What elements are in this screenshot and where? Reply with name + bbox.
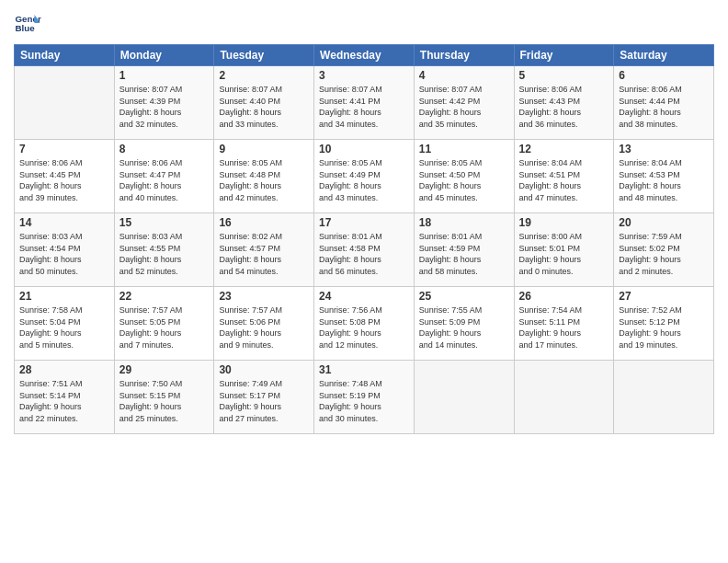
- day-info: Sunrise: 7:48 AM Sunset: 5:19 PM Dayligh…: [319, 378, 409, 424]
- calendar-cell: [514, 361, 614, 434]
- day-number: 13: [619, 143, 709, 155]
- calendar-cell: 1Sunrise: 8:07 AM Sunset: 4:39 PM Daylig…: [114, 66, 214, 140]
- day-info: Sunrise: 7:52 AM Sunset: 5:12 PM Dayligh…: [619, 304, 709, 350]
- day-info: Sunrise: 8:05 AM Sunset: 4:49 PM Dayligh…: [319, 157, 409, 203]
- calendar-cell: 31Sunrise: 7:48 AM Sunset: 5:19 PM Dayli…: [314, 361, 415, 434]
- calendar-header-monday: Monday: [114, 45, 214, 66]
- calendar-cell: 3Sunrise: 8:07 AM Sunset: 4:41 PM Daylig…: [314, 66, 415, 140]
- calendar-cell: 23Sunrise: 7:57 AM Sunset: 5:06 PM Dayli…: [214, 287, 314, 361]
- calendar-cell: 30Sunrise: 7:49 AM Sunset: 5:17 PM Dayli…: [214, 361, 314, 434]
- day-info: Sunrise: 7:55 AM Sunset: 5:09 PM Dayligh…: [419, 304, 509, 350]
- day-number: 20: [619, 216, 709, 229]
- day-number: 30: [219, 363, 309, 376]
- day-info: Sunrise: 7:57 AM Sunset: 5:06 PM Dayligh…: [219, 304, 309, 350]
- day-number: 15: [119, 216, 210, 229]
- calendar-cell: 25Sunrise: 7:55 AM Sunset: 5:09 PM Dayli…: [414, 287, 514, 361]
- day-info: Sunrise: 8:04 AM Sunset: 4:53 PM Dayligh…: [619, 157, 709, 203]
- day-info: Sunrise: 8:06 AM Sunset: 4:47 PM Dayligh…: [119, 157, 210, 203]
- day-info: Sunrise: 8:06 AM Sunset: 4:44 PM Dayligh…: [619, 84, 709, 130]
- day-number: 18: [419, 216, 509, 229]
- calendar-cell: 19Sunrise: 8:00 AM Sunset: 5:01 PM Dayli…: [514, 213, 614, 287]
- day-number: 12: [519, 143, 609, 155]
- day-number: 1: [119, 69, 210, 82]
- calendar-cell: 10Sunrise: 8:05 AM Sunset: 4:49 PM Dayli…: [314, 140, 415, 213]
- day-info: Sunrise: 7:59 AM Sunset: 5:02 PM Dayligh…: [619, 231, 709, 277]
- calendar-cell: [614, 361, 714, 434]
- calendar-cell: 22Sunrise: 7:57 AM Sunset: 5:05 PM Dayli…: [114, 287, 214, 361]
- day-info: Sunrise: 8:02 AM Sunset: 4:57 PM Dayligh…: [219, 231, 309, 277]
- day-info: Sunrise: 8:07 AM Sunset: 4:41 PM Dayligh…: [319, 84, 409, 130]
- day-info: Sunrise: 8:03 AM Sunset: 4:54 PM Dayligh…: [19, 231, 109, 277]
- day-info: Sunrise: 7:58 AM Sunset: 5:04 PM Dayligh…: [19, 304, 109, 350]
- svg-text:Blue: Blue: [16, 23, 36, 33]
- day-info: Sunrise: 8:07 AM Sunset: 4:42 PM Dayligh…: [419, 84, 509, 130]
- day-number: 6: [619, 69, 709, 82]
- calendar-cell: [15, 66, 115, 140]
- calendar-cell: 7Sunrise: 8:06 AM Sunset: 4:45 PM Daylig…: [15, 140, 115, 213]
- day-info: Sunrise: 7:56 AM Sunset: 5:08 PM Dayligh…: [319, 304, 409, 350]
- page-header: General Blue: [14, 9, 714, 37]
- day-number: 17: [319, 216, 409, 229]
- calendar-header-saturday: Saturday: [614, 45, 714, 66]
- calendar-cell: 11Sunrise: 8:05 AM Sunset: 4:50 PM Dayli…: [414, 140, 514, 213]
- day-number: 7: [19, 143, 109, 155]
- day-number: 29: [119, 363, 210, 376]
- day-number: 22: [119, 290, 210, 303]
- day-info: Sunrise: 8:03 AM Sunset: 4:55 PM Dayligh…: [119, 231, 210, 277]
- calendar-header-friday: Friday: [514, 45, 614, 66]
- day-info: Sunrise: 7:57 AM Sunset: 5:05 PM Dayligh…: [119, 304, 210, 350]
- day-number: 2: [219, 69, 309, 82]
- day-number: 24: [319, 290, 409, 303]
- day-number: 25: [419, 290, 509, 303]
- day-info: Sunrise: 8:07 AM Sunset: 4:39 PM Dayligh…: [119, 84, 210, 130]
- day-number: 8: [119, 143, 210, 155]
- calendar-cell: 16Sunrise: 8:02 AM Sunset: 4:57 PM Dayli…: [214, 213, 314, 287]
- day-info: Sunrise: 8:06 AM Sunset: 4:43 PM Dayligh…: [519, 84, 609, 130]
- day-number: 23: [219, 290, 309, 303]
- day-info: Sunrise: 8:04 AM Sunset: 4:51 PM Dayligh…: [519, 157, 609, 203]
- calendar-cell: 18Sunrise: 8:01 AM Sunset: 4:59 PM Dayli…: [414, 213, 514, 287]
- day-number: 28: [19, 363, 109, 376]
- day-number: 9: [219, 143, 309, 155]
- day-number: 19: [519, 216, 609, 229]
- calendar-cell: 20Sunrise: 7:59 AM Sunset: 5:02 PM Dayli…: [614, 213, 714, 287]
- calendar-cell: 26Sunrise: 7:54 AM Sunset: 5:11 PM Dayli…: [514, 287, 614, 361]
- day-info: Sunrise: 7:51 AM Sunset: 5:14 PM Dayligh…: [19, 378, 109, 424]
- day-number: 26: [519, 290, 609, 303]
- calendar-cell: 17Sunrise: 8:01 AM Sunset: 4:58 PM Dayli…: [314, 213, 415, 287]
- day-number: 21: [19, 290, 109, 303]
- calendar-cell: 4Sunrise: 8:07 AM Sunset: 4:42 PM Daylig…: [414, 66, 514, 140]
- calendar-cell: 6Sunrise: 8:06 AM Sunset: 4:44 PM Daylig…: [614, 66, 714, 140]
- calendar-cell: 5Sunrise: 8:06 AM Sunset: 4:43 PM Daylig…: [514, 66, 614, 140]
- calendar-header-tuesday: Tuesday: [214, 45, 314, 66]
- calendar-cell: 21Sunrise: 7:58 AM Sunset: 5:04 PM Dayli…: [15, 287, 115, 361]
- day-number: 31: [319, 363, 409, 376]
- logo-icon: General Blue: [14, 9, 41, 37]
- day-number: 27: [619, 290, 709, 303]
- day-info: Sunrise: 8:05 AM Sunset: 4:48 PM Dayligh…: [219, 157, 309, 203]
- day-number: 16: [219, 216, 309, 229]
- calendar-cell: 12Sunrise: 8:04 AM Sunset: 4:51 PM Dayli…: [514, 140, 614, 213]
- day-number: 11: [419, 143, 509, 155]
- calendar-cell: 15Sunrise: 8:03 AM Sunset: 4:55 PM Dayli…: [114, 213, 214, 287]
- day-number: 14: [19, 216, 109, 229]
- day-info: Sunrise: 7:54 AM Sunset: 5:11 PM Dayligh…: [519, 304, 609, 350]
- logo: General Blue: [14, 9, 41, 37]
- calendar-cell: [414, 361, 514, 434]
- day-number: 3: [319, 69, 409, 82]
- day-info: Sunrise: 7:49 AM Sunset: 5:17 PM Dayligh…: [219, 378, 309, 424]
- calendar-table: SundayMondayTuesdayWednesdayThursdayFrid…: [14, 44, 714, 434]
- calendar-cell: 28Sunrise: 7:51 AM Sunset: 5:14 PM Dayli…: [15, 361, 115, 434]
- calendar-cell: 29Sunrise: 7:50 AM Sunset: 5:15 PM Dayli…: [114, 361, 214, 434]
- day-info: Sunrise: 8:05 AM Sunset: 4:50 PM Dayligh…: [419, 157, 509, 203]
- day-info: Sunrise: 8:06 AM Sunset: 4:45 PM Dayligh…: [19, 157, 109, 203]
- day-number: 4: [419, 69, 509, 82]
- calendar-header-sunday: Sunday: [15, 45, 115, 66]
- calendar-cell: 14Sunrise: 8:03 AM Sunset: 4:54 PM Dayli…: [15, 213, 115, 287]
- day-info: Sunrise: 7:50 AM Sunset: 5:15 PM Dayligh…: [119, 378, 210, 424]
- calendar-header-thursday: Thursday: [414, 45, 514, 66]
- day-number: 5: [519, 69, 609, 82]
- day-info: Sunrise: 8:07 AM Sunset: 4:40 PM Dayligh…: [219, 84, 309, 130]
- day-info: Sunrise: 8:01 AM Sunset: 4:58 PM Dayligh…: [319, 231, 409, 277]
- calendar-cell: 27Sunrise: 7:52 AM Sunset: 5:12 PM Dayli…: [614, 287, 714, 361]
